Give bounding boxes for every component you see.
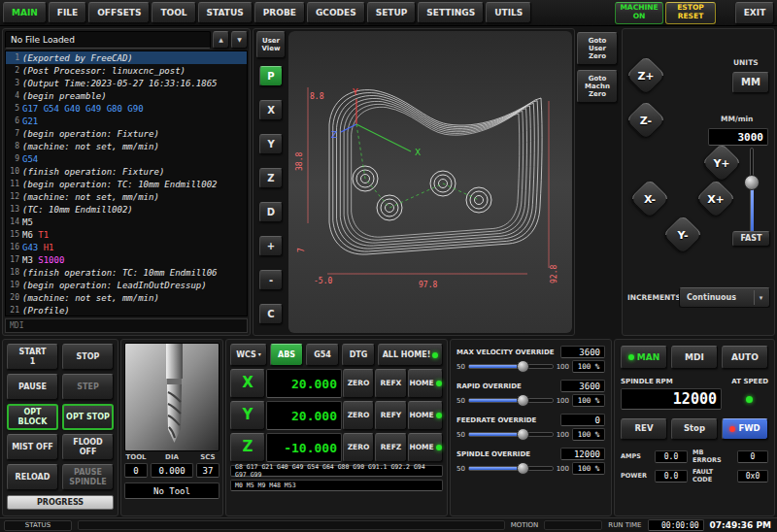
zoom-out-button[interactable]: - — [259, 270, 283, 290]
gcode-line[interactable]: 2(Post Processor: linuxcnc_post) — [6, 64, 247, 77]
zero-y-button[interactable]: ZERO — [343, 401, 374, 430]
menu-tab-tool[interactable]: TOOL — [152, 2, 195, 23]
file-selector[interactable]: No File Loaded — [5, 31, 211, 49]
zero-x-button[interactable]: ZERO — [343, 369, 374, 398]
gcode-line[interactable]: 7(begin operation: Fixture) — [6, 127, 247, 140]
zoom-in-button[interactable]: + — [259, 236, 283, 256]
step-button[interactable]: STEP — [62, 374, 114, 400]
file-scroll-up-button[interactable]: ▲ — [213, 31, 229, 49]
slider-handle[interactable] — [517, 394, 529, 407]
all-home-button[interactable]: ALL HOME! — [378, 344, 443, 366]
estop-reset-button[interactable]: ESTOP RESET — [665, 2, 716, 24]
gcode-line[interactable]: 3(Output Time:2023-05-27 16:33:16.1865 — [6, 77, 247, 89]
pause-button[interactable]: PAUSE — [7, 374, 58, 400]
gcode-line[interactable]: 6G21 — [6, 115, 247, 127]
menu-tab-utils[interactable]: UTILS — [486, 2, 531, 23]
gcode-line[interactable]: 19(begin operation: LeadInOutDressup) — [6, 279, 247, 291]
mdi-input[interactable] — [5, 318, 248, 333]
gcode-line[interactable]: 11(begin operation: TC: 10mm Endmill002 — [6, 178, 247, 190]
reload-button[interactable]: RELOAD — [7, 464, 58, 490]
auto-mode-button[interactable]: AUTO — [722, 346, 768, 369]
fast-button[interactable]: FAST — [732, 231, 770, 247]
jog-y-plus-button[interactable]: Y+ — [704, 146, 739, 181]
slider-handle[interactable] — [517, 360, 529, 373]
gcode-line[interactable]: 1(Exported by FreeCAD) — [6, 51, 247, 64]
mdi-mode-button[interactable]: MDI — [671, 346, 718, 369]
user-view-button[interactable]: User View — [256, 31, 286, 58]
home-y-button[interactable]: HOME — [408, 401, 443, 430]
gcode-line[interactable]: 5G17 G54 G40 G49 G80 G90 — [6, 102, 247, 115]
spindle-stop-button[interactable]: Stop — [671, 418, 718, 440]
gcode-line[interactable]: 21(Profile) — [6, 304, 247, 316]
jog-z-plus-button[interactable]: Z+ — [628, 58, 663, 93]
gcode-editor[interactable]: 1(Exported by FreeCAD)2(Post Processor: … — [5, 50, 248, 316]
menu-tab-gcodes[interactable]: GCODES — [307, 2, 365, 23]
ref-y-button[interactable]: REFY — [375, 401, 407, 430]
override-slider[interactable] — [468, 462, 554, 475]
jog-y-minus-button[interactable]: Y- — [665, 217, 700, 252]
override-slider[interactable] — [468, 428, 554, 441]
gcode-line[interactable]: 10(finish operation: Fixture) — [6, 165, 247, 178]
gcode-line[interactable]: 9G54 — [6, 152, 247, 165]
gcode-line[interactable]: 12(machine: not set, mm/min) — [6, 190, 247, 203]
increments-dropdown[interactable]: Continuous ▾ — [679, 287, 770, 308]
flood-button[interactable]: FLOOD OFF — [62, 434, 114, 460]
mist-button[interactable]: MIST OFF — [7, 434, 58, 460]
view-perspective-button[interactable]: P — [259, 66, 283, 86]
gcode-line[interactable]: 15M6 T1 — [6, 228, 247, 241]
axis-letter-z[interactable]: Z — [230, 433, 265, 462]
view-z-button[interactable]: Z — [259, 168, 283, 188]
menu-tab-status[interactable]: STATUS — [198, 2, 253, 23]
override-slider[interactable] — [468, 360, 554, 373]
view-y-button[interactable]: Y — [259, 134, 283, 154]
units-mm-button[interactable]: MM — [732, 72, 769, 93]
cycle-start-button[interactable]: START1 — [7, 344, 58, 370]
slider-handle[interactable] — [517, 462, 529, 475]
zero-z-button[interactable]: ZERO — [343, 433, 374, 462]
override-slider[interactable] — [468, 394, 554, 407]
goto-machine-zero-button[interactable]: Goto Machn Zero — [577, 70, 618, 103]
jog-x-plus-button[interactable]: X+ — [698, 182, 733, 216]
opt-block-button[interactable]: OPT BLOCK — [7, 404, 58, 430]
g54-button[interactable]: G54 — [306, 344, 339, 366]
ref-z-button[interactable]: REFZ — [375, 433, 407, 462]
spindle-rev-button[interactable]: REV — [621, 418, 667, 440]
gcode-line[interactable]: 16G43 H1 — [6, 241, 247, 253]
menu-tab-settings[interactable]: SETTINGS — [418, 2, 484, 23]
machine-on-button[interactable]: MACHINE ON — [615, 2, 663, 24]
dtg-button[interactable]: DTG — [342, 344, 375, 366]
gcode-line[interactable]: 14M5 — [6, 216, 247, 228]
wcs-button[interactable]: WCS▾ — [230, 344, 267, 366]
exit-button[interactable]: EXIT — [735, 2, 774, 24]
menu-tab-main[interactable]: MAIN — [3, 2, 47, 23]
slider-handle[interactable] — [744, 175, 760, 190]
gcode-line[interactable]: 17M3 S1000 — [6, 253, 247, 266]
file-scroll-down-button[interactable]: ▼ — [231, 31, 248, 49]
view-x-button[interactable]: X — [259, 100, 283, 120]
menu-tab-setup[interactable]: SETUP — [367, 2, 417, 23]
axis-letter-y[interactable]: Y — [230, 401, 265, 430]
axis-letter-x[interactable]: X — [230, 369, 265, 398]
opt-stop-button[interactable]: OPT STOP — [62, 404, 114, 430]
clear-view-button[interactable]: C — [259, 304, 283, 324]
pause-spindle-button[interactable]: PAUSE SPINDLE — [62, 464, 114, 490]
jog-z-minus-button[interactable]: Z- — [628, 103, 663, 138]
home-z-button[interactable]: HOME — [408, 433, 443, 462]
ref-x-button[interactable]: REFX — [375, 369, 407, 398]
gcode-line[interactable]: 18(finish operation: TC: 10mm Endmill06 — [6, 266, 247, 279]
slider-handle[interactable] — [517, 428, 529, 441]
menu-tab-probe[interactable]: PROBE — [254, 2, 305, 23]
view-dimensions-button[interactable]: D — [259, 202, 283, 222]
goto-user-zero-button[interactable]: Goto User Zero — [577, 32, 618, 65]
menu-tab-file[interactable]: FILE — [49, 2, 86, 23]
spindle-fwd-button[interactable]: FWD — [722, 418, 768, 440]
man-mode-button[interactable]: MAN — [621, 346, 667, 369]
gcode-line[interactable]: 4(begin preamble) — [6, 89, 247, 102]
home-x-button[interactable]: HOME — [408, 369, 443, 398]
gcode-line[interactable]: 13(TC: 10mm Endmill002) — [6, 203, 247, 216]
abs-button[interactable]: ABS — [270, 344, 303, 366]
menu-tab-offsets[interactable]: OFFSETS — [88, 2, 150, 23]
gcode-line[interactable]: 8(machine: not set, mm/min) — [6, 140, 247, 152]
jog-x-minus-button[interactable]: X- — [632, 182, 667, 216]
gcode-line[interactable]: 20(machine: not set, mm/min) — [6, 291, 247, 304]
